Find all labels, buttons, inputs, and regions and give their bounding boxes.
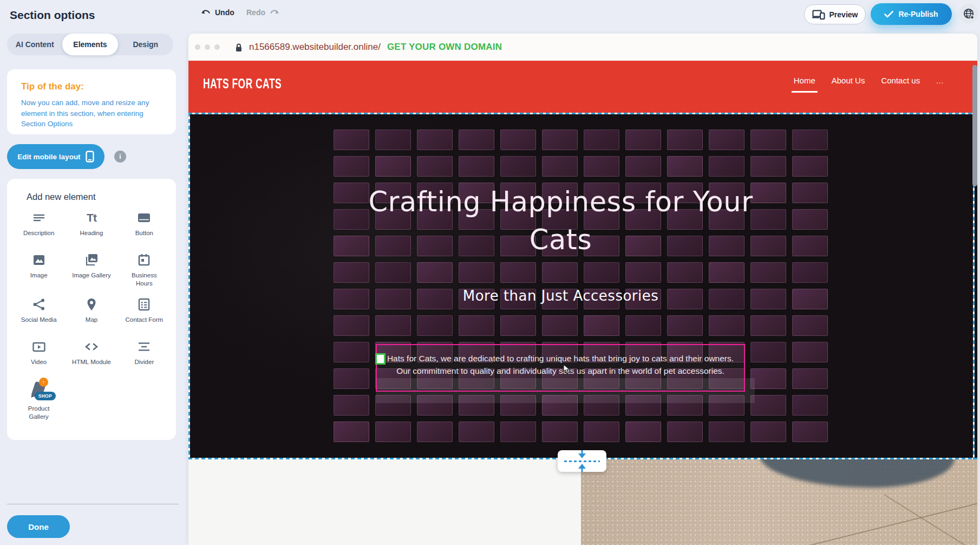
tab-elements[interactable]: Elements: [62, 34, 117, 55]
page-title: Section options: [10, 9, 95, 22]
hero-body-text[interactable]: Hats for Cats, we are dedicated to craft…: [381, 352, 740, 378]
hero-heading[interactable]: Crafting Happiness for Your Cats: [344, 183, 778, 259]
hero-content: Crafting Happiness for Your Cats More th…: [188, 113, 933, 304]
section-options-tabs: AI Content Elements Design: [7, 34, 173, 55]
element-contact-form[interactable]: Contact Form: [118, 296, 171, 330]
hero-tile: [792, 315, 828, 336]
element-divider[interactable]: Divider: [118, 339, 171, 372]
nav-about-us[interactable]: About Us: [832, 76, 865, 85]
add-element-grid: Description Tt Heading Button Image: [12, 210, 171, 421]
element-button[interactable]: Button: [118, 210, 171, 243]
nav-contact-us[interactable]: Contact us: [881, 76, 920, 85]
edit-mobile-layout-label: Edit mobile layout: [17, 153, 80, 161]
hero-tile: [542, 315, 578, 336]
hero-tile: [417, 421, 453, 442]
element-drag-handle[interactable]: [375, 353, 386, 365]
hero-tile: [500, 421, 536, 442]
lock-icon: [235, 43, 243, 52]
floor-photo: [581, 459, 977, 545]
address-bar[interactable]: n1566589.websitebuilder.online/ GET YOUR…: [235, 42, 502, 53]
hero-tile: [542, 421, 578, 442]
arrow-down-icon: [578, 453, 586, 458]
hero-tile: [625, 315, 661, 336]
resize-dashed-line: [564, 460, 600, 462]
site-logo[interactable]: HATS FOR CATS: [203, 76, 282, 92]
check-icon: [884, 11, 893, 18]
button-icon: [136, 210, 152, 226]
shop-badge: SHOP: [35, 392, 56, 400]
hero-tile: [792, 421, 828, 442]
hero-tile: [792, 395, 828, 416]
nav-more-menu[interactable]: ...: [936, 77, 944, 85]
mouse-cursor: [563, 364, 571, 374]
element-map[interactable]: Map: [65, 296, 117, 330]
redo-icon: [269, 9, 279, 16]
tab-ai-content[interactable]: AI Content: [7, 34, 62, 55]
language-globe-button[interactable]: [959, 4, 978, 23]
element-product-gallery[interactable]: ↑ SHOP Product Gallery: [12, 381, 65, 421]
description-icon: [31, 210, 47, 226]
business-hours-icon: [136, 252, 152, 268]
selection-border-left: [188, 113, 190, 459]
hero-tile: [334, 315, 369, 336]
cat-shadow: [760, 459, 955, 488]
vertical-scrollbar[interactable]: [972, 65, 977, 186]
element-business-hours[interactable]: Business Hours: [118, 252, 171, 288]
site-url[interactable]: n1566589.websitebuilder.online/: [249, 42, 381, 53]
browser-chrome: n1566589.websitebuilder.online/ GET YOUR…: [188, 34, 977, 61]
tip-body: Now you can add, move and resize any ele…: [21, 98, 162, 129]
hero-tile: [375, 421, 411, 442]
element-heading[interactable]: Tt Heading: [65, 210, 117, 243]
tip-of-the-day-card: Tip of the day: Now you can add, move an…: [7, 69, 176, 134]
hero-tile: [750, 368, 786, 389]
tile-grout-line: [884, 494, 977, 545]
section-resize-handle[interactable]: [558, 450, 606, 472]
image-gallery-icon: [83, 252, 100, 268]
hero-tile: [709, 315, 744, 336]
preview-button[interactable]: Preview: [804, 4, 866, 24]
undo-button[interactable]: Undo: [201, 8, 234, 17]
hero-tile: [459, 315, 494, 336]
tab-design[interactable]: Design: [118, 34, 173, 55]
site-nav: Home About Us Contact us ...: [794, 76, 944, 85]
hero-tile: [334, 342, 369, 362]
hero-tile: [500, 315, 536, 336]
hero-tile: [625, 421, 661, 442]
hero-tile: [792, 342, 828, 362]
undo-icon: [201, 9, 211, 16]
hero-tile: [667, 315, 703, 336]
element-html-module[interactable]: HTML Module: [65, 339, 117, 372]
element-description[interactable]: Description: [12, 210, 65, 243]
hero-tile: [792, 368, 828, 389]
divider-icon: [136, 339, 152, 355]
element-image[interactable]: Image: [12, 252, 65, 288]
element-video[interactable]: Video: [12, 339, 65, 372]
redo-button[interactable]: Redo: [246, 8, 279, 17]
hero-subheading[interactable]: More than Just Accessories: [188, 288, 933, 304]
selection-border-top: [188, 113, 977, 114]
nav-home[interactable]: Home: [794, 76, 815, 85]
devices-icon: [812, 10, 825, 20]
hero-tile: [584, 315, 619, 336]
selected-text-element[interactable]: Hats for Cats, we are dedicated to craft…: [376, 344, 745, 392]
element-social-media[interactable]: Social Media: [12, 296, 65, 330]
republish-button[interactable]: Re-Publish: [871, 3, 952, 25]
globe-icon: [963, 8, 975, 20]
product-gallery-icon: ↑ SHOP: [28, 381, 50, 401]
site-header[interactable]: HATS FOR CATS Home About Us Contact us .…: [188, 61, 977, 113]
element-image-gallery[interactable]: Image Gallery: [65, 252, 117, 288]
get-your-own-domain-link[interactable]: GET YOUR OWN DOMAIN: [387, 42, 502, 53]
image-icon: [31, 252, 47, 268]
edit-mobile-layout-button[interactable]: Edit mobile layout: [7, 144, 104, 169]
hero-tile: [750, 315, 786, 336]
upgrade-badge-icon: ↑: [39, 378, 48, 387]
hero-tile: [750, 342, 786, 362]
info-icon[interactable]: i: [114, 151, 126, 163]
hero-tile: [334, 368, 369, 389]
add-element-title: Add new element: [27, 192, 171, 202]
hero-tile: [584, 421, 619, 442]
hero-tile: [334, 395, 369, 416]
heading-icon: Tt: [83, 210, 100, 226]
selected-hero-section[interactable]: Crafting Happiness for Your Cats More th…: [188, 113, 977, 458]
done-button[interactable]: Done: [7, 515, 70, 538]
